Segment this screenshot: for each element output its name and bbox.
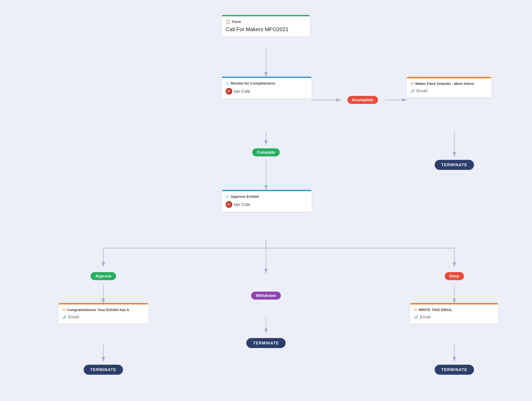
form-type-label: Form [232, 20, 241, 24]
write-email-title: WRITE THIS EMAIL [419, 308, 452, 312]
maker-faire-icon: ✉ [411, 82, 414, 86]
complete-pill: Complete [252, 148, 280, 156]
write-email-link-icon: 🔗 [414, 315, 418, 319]
approve-exhibit-top-bar [222, 190, 312, 191]
maker-faire-link-icon: 🔗 [411, 89, 415, 93]
terminate-bottom-right: TERMINATE [435, 365, 474, 375]
approve-exhibit-avatar: IC [226, 201, 232, 208]
congrats-email-node: ✉ Congratulations! Your Exhibit has b 🔗 … [58, 303, 148, 324]
congrats-email-label: Email [68, 315, 79, 320]
write-email-row: 🔗 Email [414, 315, 494, 320]
review-top-bar [222, 77, 312, 78]
maker-faire-header: ✉ Maker Faire Orlando - More Inforn [411, 82, 488, 86]
congrats-top-bar [58, 303, 148, 304]
write-email-header: ✉ WRITE THIS EMAIL [414, 308, 494, 312]
write-email-label: Email [420, 315, 431, 320]
approve-exhibit-assignee: IC Ian Cole [226, 201, 308, 208]
review-assignee: IC Ian Cole [226, 88, 308, 95]
maker-faire-top-bar [407, 77, 492, 78]
terminate-top-right: TERMINATE [435, 160, 474, 170]
terminate-bottom-left: TERMINATE [84, 365, 123, 375]
incomplete-pill: Incomplete [348, 96, 378, 104]
congrats-header: ✉ Congratulations! Your Exhibit has b [62, 308, 144, 312]
congrats-icon: ✉ [62, 308, 65, 312]
form-header: 📋 Form [226, 20, 306, 24]
form-title: Call For Makers MFO2021 [226, 26, 306, 32]
terminate-center-bottom: TERMINATE [246, 338, 286, 348]
deny-pill: Deny [445, 272, 464, 280]
form-top-bar [222, 15, 310, 16]
form-node: 📋 Form Call For Makers MFO2021 [222, 15, 310, 37]
review-assignee-name: Ian Cole [234, 89, 250, 94]
approve-pill: Approve [90, 272, 116, 280]
form-icon: 📋 [226, 20, 230, 24]
review-node: ☑ Review for Completeness IC Ian Cole [222, 77, 312, 99]
maker-faire-email-label: Email [417, 88, 427, 93]
write-email-icon: ✉ [414, 308, 417, 312]
write-email-top-bar [410, 303, 498, 304]
congrats-title: Congratulations! Your Exhibit has b [67, 308, 129, 312]
review-type-label: Review for Completeness [231, 81, 275, 86]
congrats-link-icon: 🔗 [62, 315, 66, 319]
approve-exhibit-node: ☑ Approve Exhibit IC Ian Cole [222, 190, 312, 212]
review-avatar: IC [226, 88, 232, 95]
approve-exhibit-header: ☑ Approve Exhibit [226, 195, 308, 199]
maker-faire-title: Maker Faire Orlando - More Inforn [415, 82, 474, 86]
review-header: ☑ Review for Completeness [226, 81, 308, 86]
approve-exhibit-assignee-name: Ian Cole [234, 202, 250, 207]
maker-faire-email-node: ✉ Maker Faire Orlando - More Inforn 🔗 Em… [407, 77, 492, 97]
withdrawn-pill: Withdrawn [251, 292, 281, 300]
maker-faire-email-row: 🔗 Email [411, 88, 488, 93]
write-email-node: ✉ WRITE THIS EMAIL 🔗 Email [410, 303, 498, 324]
congrats-email-row: 🔗 Email [62, 315, 144, 320]
approve-exhibit-title: Approve Exhibit [231, 195, 259, 199]
review-icon: ☑ [226, 81, 229, 86]
approve-exhibit-icon: ☑ [226, 195, 229, 199]
